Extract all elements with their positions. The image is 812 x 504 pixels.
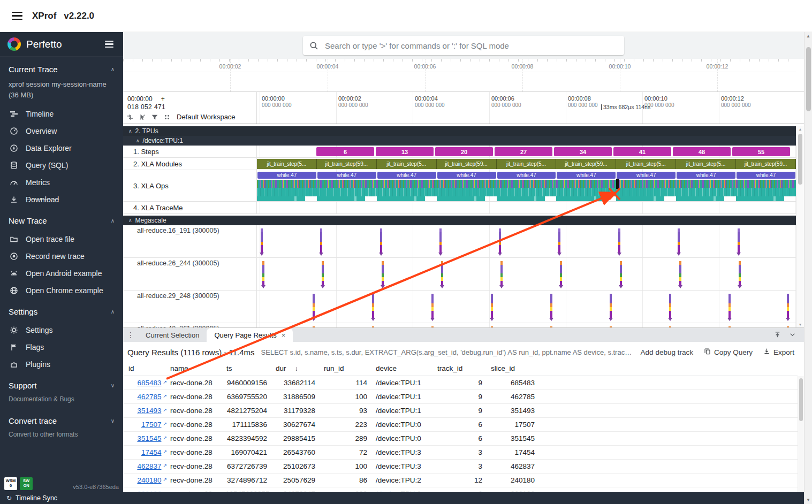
xla-modules-track-content[interactable]: jit_train_step(5...jit_train_step(59...j… xyxy=(257,158,796,170)
ops-bottom-row[interactable] xyxy=(257,196,796,201)
megascale-slice[interactable] xyxy=(380,228,382,253)
step-slice[interactable]: 6 xyxy=(316,147,374,156)
section-title-settings[interactable]: Settings ∧ xyxy=(0,301,123,322)
xla-op-slice[interactable]: while.47 xyxy=(377,172,436,179)
megascale-slice[interactable] xyxy=(618,228,620,253)
track-scrollbar[interactable]: ▲ ▼ xyxy=(796,126,804,327)
step-slice[interactable]: 27 xyxy=(495,147,552,156)
xla-module-slice[interactable]: jit_train_step(5... xyxy=(257,159,317,169)
megascale-slice[interactable] xyxy=(431,294,434,318)
query-result-row[interactable]: 17507↗recv-done.2817111583630627674223/d… xyxy=(123,418,798,432)
megascale-slice[interactable] xyxy=(382,261,384,286)
megascale-slice[interactable] xyxy=(550,294,552,318)
megascale-slice[interactable] xyxy=(560,261,562,286)
scrollbar-thumb[interactable] xyxy=(799,378,803,421)
scrollbar-thumb[interactable] xyxy=(806,47,811,111)
megascale-slice[interactable] xyxy=(728,294,731,318)
column-header-track_id[interactable]: track_id xyxy=(436,364,490,372)
sidebar-item-metrics[interactable]: Metrics xyxy=(0,174,123,191)
workspace-name[interactable]: Default Workspace xyxy=(177,113,236,121)
group-header-tpus[interactable]: ∧ 2. TPUs xyxy=(123,126,796,136)
export-button[interactable]: Export xyxy=(761,347,796,357)
sidebar-item-download[interactable]: Download xyxy=(0,191,123,208)
megascale-slice[interactable] xyxy=(439,228,442,253)
step-slice[interactable]: 20 xyxy=(435,147,493,156)
panel-menu-icon[interactable]: ⋮ xyxy=(123,331,138,339)
megascale-slice[interactable] xyxy=(669,294,671,318)
slice-id-link[interactable]: 17454 xyxy=(141,448,162,456)
sidebar-item-timeline[interactable]: Timeline xyxy=(0,105,123,123)
scroll-down-icon[interactable]: ▼ xyxy=(805,498,812,502)
xla-op-slice[interactable]: while.47 xyxy=(497,172,556,179)
megascale-slice[interactable] xyxy=(262,261,264,286)
main-scrollbar[interactable]: ▲ ▼ xyxy=(804,32,812,504)
step-slice[interactable]: 34 xyxy=(554,147,612,156)
section-title-new-trace[interactable]: New Trace ∧ xyxy=(0,210,123,231)
sidebar-item-plugins[interactable]: Plugins xyxy=(0,356,123,373)
megascale-slice[interactable] xyxy=(441,261,443,286)
slice-id-link[interactable]: 351545 xyxy=(137,434,161,442)
column-header-device[interactable]: device xyxy=(375,364,436,372)
xla-op-slice[interactable]: while.47 xyxy=(317,172,376,179)
section-title-convert-trace[interactable]: Convert trace ∨ xyxy=(0,410,123,431)
sidebar-item-flags[interactable]: Flags xyxy=(0,339,123,356)
xla-traceme-track-content[interactable] xyxy=(257,202,796,213)
xla-op-slice[interactable]: while.47 xyxy=(257,172,316,179)
query-result-row[interactable]: 240180↗recv-done.2832748967122505762986/… xyxy=(123,474,798,487)
megascale-track-content[interactable] xyxy=(257,225,796,257)
megascale-slice[interactable] xyxy=(678,228,680,253)
xla-module-slice[interactable]: jit_train_step(59... xyxy=(317,159,377,169)
scroll-up-icon[interactable]: ▲ xyxy=(805,34,812,39)
xla-op-slice[interactable]: while.47 xyxy=(737,172,795,179)
step-slice[interactable]: 48 xyxy=(673,147,731,156)
column-header-name[interactable]: name xyxy=(169,364,225,372)
tab-current-selection[interactable]: Current Selection xyxy=(138,328,207,342)
query-result-row[interactable]: 462837↗recv-done.28637272673925102673100… xyxy=(123,460,798,474)
ops-fusion-row[interactable] xyxy=(257,188,796,196)
column-header-dur[interactable]: dur↓ xyxy=(275,364,323,372)
scroll-down-icon[interactable]: ▼ xyxy=(796,323,804,326)
close-tab-icon[interactable]: × xyxy=(282,331,286,339)
worksp0ace-icon[interactable] xyxy=(163,113,171,121)
xla-module-slice[interactable]: jit_train_step(59... xyxy=(437,159,497,169)
xla-ops-track-content[interactable]: while.47while.47while.47while.47while.47… xyxy=(257,170,796,201)
tab-query-page-results[interactable]: Query Page Results × xyxy=(207,328,293,342)
step-slice[interactable]: 41 xyxy=(613,147,671,156)
scrollbar-thumb[interactable] xyxy=(798,134,802,185)
column-header-slice_id[interactable]: slice_id xyxy=(490,364,542,372)
sidebar-collapse-icon[interactable] xyxy=(103,39,116,50)
megascale-slice[interactable] xyxy=(679,261,681,286)
slice-id-link[interactable]: 351493 xyxy=(137,407,161,415)
sync-icon[interactable]: ↻ xyxy=(6,494,12,502)
slice-id-link[interactable]: 685483 xyxy=(137,379,161,387)
sidebar-item-data-explorer[interactable]: Data Explorer xyxy=(0,140,123,157)
sidebar-item-open-chrome-example[interactable]: Open Chrome example xyxy=(0,282,123,299)
xla-module-slice[interactable]: jit_train_step(5... xyxy=(497,159,557,169)
section-title-current-trace[interactable]: Current Trace ∧ xyxy=(0,59,123,79)
xla-module-slice[interactable]: jit_train_step(5... xyxy=(377,159,437,169)
xla-op-slice[interactable]: while.47 xyxy=(677,172,735,179)
group-header-device-tpu1[interactable]: ∧ /device:TPU:1 xyxy=(123,136,796,146)
xla-op-slice[interactable]: while.47 xyxy=(557,172,616,179)
sidebar-item-record-new-trace[interactable]: Record new trace xyxy=(0,248,123,265)
add-debug-track-button[interactable]: Add debug track xyxy=(639,347,695,357)
query-result-row[interactable]: 351493↗recv-done.2848212752043117932893/… xyxy=(123,404,798,418)
megascale-slice[interactable] xyxy=(787,294,789,318)
megascale-slice[interactable] xyxy=(372,294,374,318)
column-header-ts[interactable]: ts xyxy=(225,364,275,372)
xla-module-slice[interactable]: jit_train_step(5... xyxy=(676,159,736,169)
slice-id-link[interactable]: 240180 xyxy=(137,476,161,484)
query-result-row[interactable]: 685483↗recv-done.28946000915633682114114… xyxy=(123,376,798,390)
megascale-slice[interactable] xyxy=(500,261,503,286)
column-header-id[interactable]: id xyxy=(127,364,169,372)
query-result-row[interactable]: 462785↗recv-done.28636975552031886509100… xyxy=(123,390,798,404)
megascale-slice[interactable] xyxy=(739,261,741,286)
copy-query-button[interactable]: Copy Query xyxy=(702,347,755,357)
megascale-slice[interactable] xyxy=(320,228,322,253)
sidebar-item-open-android-example[interactable]: Open Android example xyxy=(0,265,123,282)
megascale-slice[interactable] xyxy=(558,228,560,253)
megascale-slice[interactable] xyxy=(491,294,493,318)
xla-op-slice[interactable]: while.47 xyxy=(437,172,496,179)
sidebar-item-open-trace-file[interactable]: Open trace file xyxy=(0,231,123,248)
query-result-row[interactable]: 17454↗recv-done.281690704212654376072/de… xyxy=(123,446,798,460)
